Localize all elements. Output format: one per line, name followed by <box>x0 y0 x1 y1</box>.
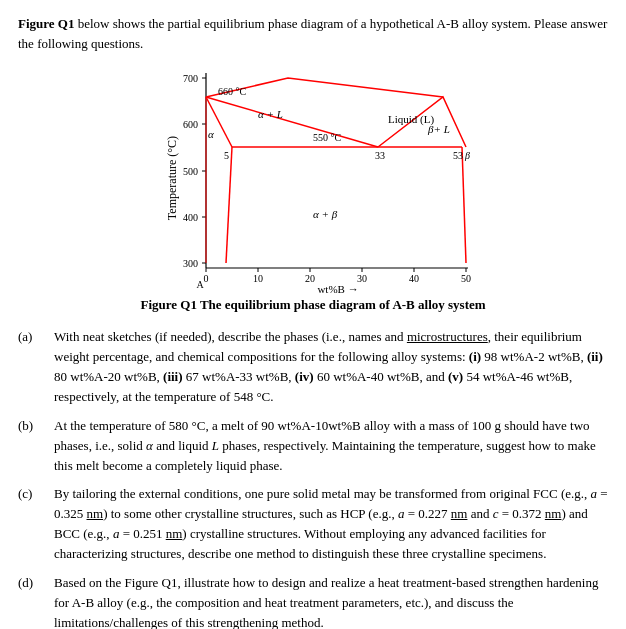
question-a-label: (a) <box>18 327 54 408</box>
question-d-content: Based on the Figure Q1, illustrate how t… <box>54 573 608 629</box>
figure-container: Temperature (°C) 300 400 500 600 700 <box>18 63 608 321</box>
svg-text:700: 700 <box>183 73 198 84</box>
question-d-row: (d) Based on the Figure Q1, illustrate h… <box>18 573 608 629</box>
svg-text:50: 50 <box>461 273 471 284</box>
svg-text:600: 600 <box>183 119 198 130</box>
svg-text:A: A <box>196 279 204 290</box>
underline-nm1: nm <box>87 506 104 521</box>
question-a-row: (a) With neat sketches (if needed), desc… <box>18 327 608 408</box>
phase-diagram-svg: 300 400 500 600 700 0 A 10 20 30 40 <box>158 63 498 293</box>
alpha-symbol-b: α <box>146 438 153 453</box>
svg-text:20: 20 <box>305 273 315 284</box>
question-a-content: With neat sketches (if needed), describe… <box>54 327 608 408</box>
question-c-row: (c) By tailoring the external conditions… <box>18 484 608 565</box>
svg-text:33: 33 <box>375 150 385 161</box>
svg-text:α + β: α + β <box>313 208 338 220</box>
figure-q1-bold: Figure Q1 <box>18 16 74 31</box>
svg-text:500: 500 <box>183 166 198 177</box>
q-a-v: (v) <box>448 369 463 384</box>
q-a-iii: (iii) <box>163 369 183 384</box>
c-hcp: c <box>493 506 499 521</box>
figure-caption: Figure Q1 The equilibrium phase diagram … <box>140 297 485 313</box>
svg-text:wt%B  →: wt%B → <box>317 283 358 293</box>
L-symbol-b: L <box>212 438 219 453</box>
svg-text:5: 5 <box>224 150 229 161</box>
svg-text:300: 300 <box>183 258 198 269</box>
svg-text:β: β <box>464 150 470 161</box>
underline-nm2: nm <box>451 506 468 521</box>
chart-area: Temperature (°C) 300 400 500 600 700 <box>158 63 498 293</box>
y-axis-label: Temperature (°C) <box>165 136 180 220</box>
a-hcp: a <box>398 506 405 521</box>
question-c-label: (c) <box>18 484 54 565</box>
svg-text:40: 40 <box>409 273 419 284</box>
question-c-content: By tailoring the external conditions, on… <box>54 484 608 565</box>
question-b-row: (b) At the temperature of 580 °C, a melt… <box>18 416 608 476</box>
q-a-iv: (iv) <box>295 369 314 384</box>
svg-text:0: 0 <box>204 273 209 284</box>
svg-text:400: 400 <box>183 212 198 223</box>
a-bcc: a <box>113 526 120 541</box>
svg-text:550 °C: 550 °C <box>313 132 341 143</box>
svg-text:α + L: α + L <box>258 108 283 120</box>
svg-text:β+ L: β+ L <box>427 123 450 135</box>
svg-text:10: 10 <box>253 273 263 284</box>
question-b-label: (b) <box>18 416 54 476</box>
intro-body: below shows the partial equilibrium phas… <box>18 16 607 51</box>
svg-text:660 °C: 660 °C <box>218 86 246 97</box>
underline-nm4: nm <box>166 526 183 541</box>
q-a-i: (i) <box>469 349 481 364</box>
intro-text: Figure Q1 below shows the partial equili… <box>18 14 608 53</box>
a-fcc: a <box>591 486 598 501</box>
svg-text:53: 53 <box>453 150 463 161</box>
underline-microstructures: microstructures <box>407 329 488 344</box>
qa-section: (a) With neat sketches (if needed), desc… <box>18 327 608 629</box>
svg-text:α: α <box>208 128 214 140</box>
q-a-ii: (ii) <box>587 349 603 364</box>
question-b-content: At the temperature of 580 °C, a melt of … <box>54 416 608 476</box>
underline-nm3: nm <box>545 506 562 521</box>
question-d-label: (d) <box>18 573 54 629</box>
